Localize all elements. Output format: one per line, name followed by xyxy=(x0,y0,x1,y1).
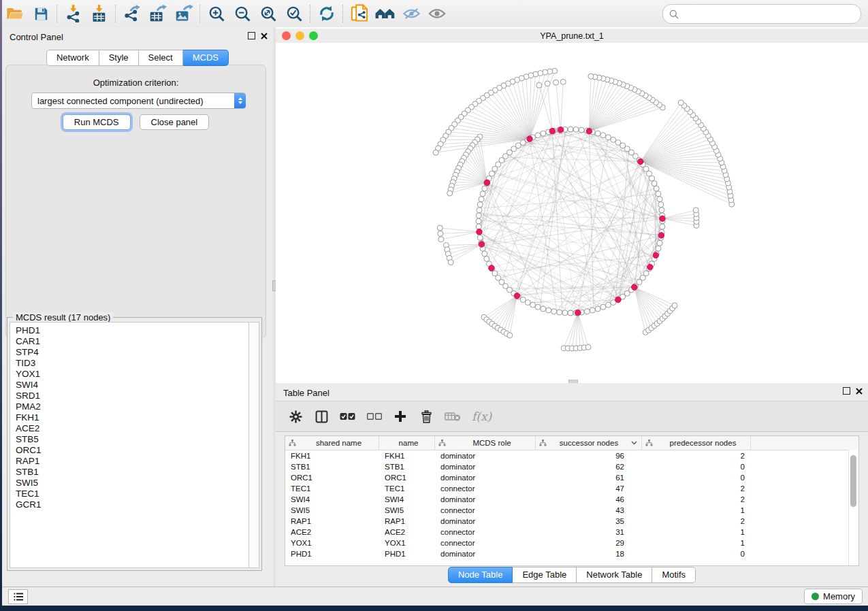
column-header-mcds-role[interactable]: MCDS role xyxy=(435,436,536,450)
close-panel-icon[interactable] xyxy=(261,33,268,39)
table-row[interactable]: FKH1FKH1dominator962 xyxy=(285,450,858,461)
list-item[interactable]: SWI4 xyxy=(16,380,250,391)
mcds-result-list[interactable]: PHD1CAR1STP4TID3YOX1SWI4SRD1PMA2FKH1ACE2… xyxy=(10,322,250,568)
table-cell: dominator xyxy=(435,495,536,503)
zoom-out-icon[interactable] xyxy=(229,3,255,24)
float-panel-icon[interactable] xyxy=(248,32,255,39)
hide-unselected-icon[interactable] xyxy=(398,3,424,24)
search-input[interactable] xyxy=(683,7,861,22)
table-row[interactable]: SWI4SWI4dominator462 xyxy=(285,494,858,505)
add-column-icon[interactable] xyxy=(393,408,408,425)
tab-style[interactable]: Style xyxy=(99,50,139,66)
table-cell: ACE2 xyxy=(379,528,435,536)
table-cell: SWI4 xyxy=(285,495,379,503)
network-canvas[interactable] xyxy=(276,43,868,382)
toolbar-separator xyxy=(57,5,58,22)
float-table-panel-icon[interactable] xyxy=(843,387,850,395)
open-file-icon[interactable] xyxy=(2,3,28,24)
tab-edge-table[interactable]: Edge Table xyxy=(513,567,577,583)
import-network-icon[interactable] xyxy=(61,3,86,24)
table-cell: 18 xyxy=(536,550,642,558)
delete-column-icon[interactable] xyxy=(419,408,434,425)
list-item[interactable]: STB1 xyxy=(16,467,250,478)
tab-network-table[interactable]: Network Table xyxy=(577,567,652,583)
table-scrollbar[interactable] xyxy=(848,450,858,565)
tab-node-table[interactable]: Node Table xyxy=(448,567,513,583)
refresh-network-icon[interactable] xyxy=(314,3,340,24)
column-header-successor-nodes[interactable]: successor nodes xyxy=(536,436,642,450)
open-recent-icon[interactable] xyxy=(372,3,398,24)
list-item[interactable]: SRD1 xyxy=(16,391,250,401)
show-column-icon[interactable] xyxy=(314,408,329,425)
import-table-icon[interactable] xyxy=(86,3,112,24)
list-item[interactable]: SWI5 xyxy=(16,478,250,489)
save-session-icon[interactable] xyxy=(28,3,54,24)
table-row[interactable]: STB1STB1dominator620 xyxy=(285,461,858,472)
tab-motifs[interactable]: Motifs xyxy=(652,567,696,583)
show-all-icon[interactable] xyxy=(424,3,450,24)
export-table-icon[interactable] xyxy=(145,3,171,24)
mcds-result-scrollbar[interactable] xyxy=(248,322,259,568)
zoom-fit-icon[interactable] xyxy=(255,3,281,24)
deselect-all-checkboxes-icon[interactable] xyxy=(367,408,382,425)
list-item[interactable]: GCR1 xyxy=(16,499,250,510)
table-row[interactable]: YOX1YOX1connector291 xyxy=(285,538,858,548)
table-row[interactable]: RAP1RAP1dominator352 xyxy=(285,516,858,527)
table-cell: connector xyxy=(435,484,536,493)
list-item[interactable]: YOX1 xyxy=(16,369,250,380)
column-header-name[interactable]: name xyxy=(379,436,435,450)
memory-status-icon xyxy=(811,593,819,600)
tab-select[interactable]: Select xyxy=(139,50,183,66)
task-history-button[interactable] xyxy=(8,589,28,604)
search-field[interactable] xyxy=(662,4,861,24)
duplicate-network-icon[interactable] xyxy=(347,3,372,24)
table-cell: dominator xyxy=(435,452,536,460)
delete-table-icon xyxy=(445,408,461,425)
optimization-criterion-label: Optimization criterion: xyxy=(6,78,266,88)
run-mcds-button[interactable]: Run MCDS xyxy=(63,114,131,130)
list-item[interactable]: TEC1 xyxy=(16,489,250,499)
tab-network[interactable]: Network xyxy=(46,50,99,66)
table-row[interactable]: TEC1TEC1connector472 xyxy=(285,483,858,494)
close-table-panel-icon[interactable] xyxy=(856,388,863,395)
list-item[interactable]: RAP1 xyxy=(16,456,250,467)
table-cell: 1 xyxy=(642,539,751,547)
column-header-shared-name[interactable]: shared name xyxy=(285,436,379,450)
export-image-icon[interactable] xyxy=(171,3,197,24)
list-item[interactable]: CAR1 xyxy=(16,336,250,347)
table-cell: FKH1 xyxy=(285,452,379,460)
network-window: YPA_prune.txt_1 xyxy=(276,27,868,383)
zoom-in-icon[interactable] xyxy=(204,3,229,24)
control-panel: Control Panel Network Style Select MCDS … xyxy=(2,27,274,588)
list-item[interactable]: PHD1 xyxy=(16,325,250,336)
table-cell: 0 xyxy=(642,474,751,482)
tab-mcds[interactable]: MCDS xyxy=(183,50,229,66)
export-network-icon[interactable] xyxy=(119,3,145,24)
table-cell: YOX1 xyxy=(379,539,435,547)
select-all-checkboxes-icon[interactable] xyxy=(340,408,356,425)
table-cell: ORC1 xyxy=(285,474,379,482)
table-row[interactable]: ACE2ACE2connector311 xyxy=(285,527,858,538)
list-item[interactable]: ACE2 xyxy=(16,423,250,434)
table-scrollbar-thumb[interactable] xyxy=(850,455,856,507)
column-header-predecessor-nodes[interactable]: predecessor nodes xyxy=(642,436,751,450)
zoom-selected-icon[interactable] xyxy=(281,3,307,24)
list-item[interactable]: STP4 xyxy=(16,347,250,358)
list-item[interactable]: FKH1 xyxy=(16,412,250,423)
settings-gear-icon[interactable] xyxy=(288,408,303,425)
close-panel-button[interactable]: Close panel xyxy=(140,114,210,130)
list-item[interactable]: PMA2 xyxy=(16,401,250,412)
table-row[interactable]: SWI5SWI5connector431 xyxy=(285,505,858,516)
table-cell: STB1 xyxy=(379,463,435,471)
table-cell: 2 xyxy=(642,452,751,460)
list-item[interactable]: TID3 xyxy=(16,358,250,369)
table-cell: 35 xyxy=(536,517,642,525)
table-row[interactable]: ORC1ORC1dominator610 xyxy=(285,472,858,483)
optimization-criterion-select[interactable]: largest connected component (undirected) xyxy=(31,93,246,109)
table-row[interactable]: PHD1PHD1dominator180 xyxy=(285,548,858,559)
select-stepper-icon xyxy=(234,93,246,108)
list-item[interactable]: ORC1 xyxy=(16,445,250,456)
memory-button[interactable]: Memory xyxy=(804,589,863,604)
toolbar-separator xyxy=(199,5,201,22)
list-item[interactable]: STB5 xyxy=(16,434,250,445)
